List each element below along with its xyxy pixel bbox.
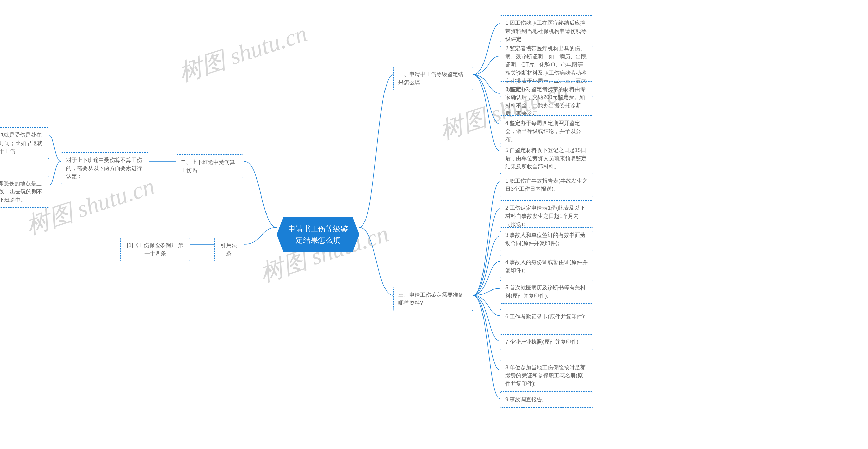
branch-r1[interactable]: 一、申请书工伤等级鉴定结果怎么填 (393, 67, 473, 90)
branch-label: 三、申请工伤鉴定需要准备哪些资料? (398, 292, 463, 306)
leaf-r3-9[interactable]: 9.事故调查报告。 (500, 392, 593, 408)
leaf-l2-factor-1[interactable]: 1.时间要素，也就是受伤是处在上下班的必要时间；比如早退就不属于工伤； (0, 127, 49, 159)
leaf-r3-8[interactable]: 8.单位参加当地工伤保险按时足额缴费的凭证和参保职工花名册(原件并复印件); (500, 360, 593, 392)
root-node[interactable]: 申请书工伤等级鉴定结果怎么填 (277, 217, 359, 252)
leaf-text: 6.工作考勤记录卡(原件并复印件); (505, 314, 585, 319)
leaf-l2-intro[interactable]: 对于上下班途中受伤算不算工伤的，需要从以下两方面要素进行认定： (61, 152, 149, 184)
leaf-text: 4.事故人的身份证或暂住证(原件并复印件); (505, 259, 588, 273)
branch-r3[interactable]: 三、申请工伤鉴定需要准备哪些资料? (393, 287, 473, 311)
leaf-text: 3.事故人和单位签订的有效书面劳动合同(原件并复印件); (505, 232, 586, 246)
branch-label: 一、申请书工伤等级鉴定结果怎么填 (398, 71, 463, 85)
leaf-text: 8.单位参加当地工伤保险按时足额缴费的凭证和参保职工花名册(原件并复印件); (505, 364, 586, 387)
leaf-text: 5.自鉴定材料收下登记之日起15日后，由单位劳资人员前来领取鉴定结果及所收全部材… (505, 147, 587, 169)
root-label: 申请书工伤等级鉴定结果怎么填 (288, 225, 348, 244)
leaf-text: 4.鉴定办于每周四定期召开鉴定会，做出等级或结论，并予以公布。 (505, 120, 581, 142)
leaf-text: 1.因工伤残职工在医疗终结后应携带资料到当地社保机构申请伤残等级评定; (505, 20, 587, 42)
watermark: 树图 shutu.cn (175, 18, 311, 89)
branch-l2[interactable]: 二、上下班途中受伤算工伤吗 (176, 154, 243, 178)
leaf-text: 1.时间要素，也就是受伤是处在上下班的必要时间；比如早退就不属于工伤； (0, 132, 42, 154)
branch-label: 引用法条 (221, 242, 237, 256)
leaf-l2-factor-2[interactable]: 2.地理要素，即受伤的地点是上下班的必经路线，出去玩的则不属于上下班途中。 (0, 176, 49, 208)
leaf-r1-5[interactable]: 5.自鉴定材料收下登记之日起15日后，由单位劳资人员前来领取鉴定结果及所收全部材… (500, 143, 593, 174)
leaf-r3-6[interactable]: 6.工作考勤记录卡(原件并复印件); (500, 309, 593, 324)
leaf-text: 1.职工伤亡事故报告表(事故发生之日3个工作日内报送); (505, 178, 588, 192)
leaf-r3-1[interactable]: 1.职工伤亡事故报告表(事故发生之日3个工作日内报送); (500, 173, 593, 197)
leaf-r3-7[interactable]: 7.企业营业执照(原件并复印件); (500, 334, 593, 350)
leaf-text: 3.鉴定办对鉴定者携带的材料由专家确认后，交纳200元鉴定费。如材料不全，由我办… (505, 86, 586, 116)
leaf-text: 5.首次就医病历及诊断书等有关材料(原件并复印件); (505, 285, 586, 299)
leaf-text: 对于上下班途中受伤算不算工伤的，需要从以下两方面要素进行认定： (66, 157, 142, 179)
leaf-r3-4[interactable]: 4.事故人的身份证或暂住证(原件并复印件); (500, 255, 593, 278)
leaf-text: 2.地理要素，即受伤的地点是上下班的必经路线，出去玩的则不属于上下班途中。 (0, 181, 42, 203)
branch-label: 二、上下班途中受伤算工伤吗 (181, 159, 235, 173)
leaf-text: 2.工伤认定申请表1份(此表及以下材料自事故发生之日起1个月内一同报送); (505, 205, 585, 227)
leaf-r3-5[interactable]: 5.首次就医病历及诊断书等有关材料(原件并复印件); (500, 280, 593, 304)
leaf-text: [1]《工伤保险条例》 第一十四条 (127, 242, 183, 256)
leaf-ref-1[interactable]: [1]《工伤保险条例》 第一十四条 (120, 238, 190, 261)
branch-ref[interactable]: 引用法条 (214, 238, 243, 261)
leaf-text: 9.事故调查报告。 (505, 397, 548, 403)
leaf-r3-3[interactable]: 3.事故人和单位签订的有效书面劳动合同(原件并复印件); (500, 227, 593, 251)
leaf-text: 7.企业营业执照(原件并复印件); (505, 339, 580, 345)
